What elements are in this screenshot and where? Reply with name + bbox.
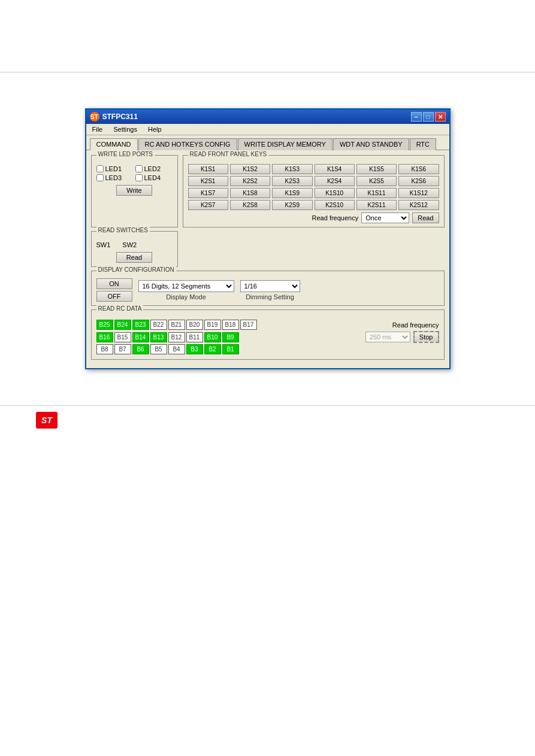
key-K1S1[interactable]: K1S1 xyxy=(188,164,228,174)
rc-btn-B3[interactable]: B3 xyxy=(186,344,203,354)
key-K2S2[interactable]: K2S2 xyxy=(230,176,270,186)
rc-btn-B11[interactable]: B11 xyxy=(186,332,203,342)
tab-write-display[interactable]: WRITE DISPLAY MEMORY xyxy=(238,138,333,150)
led3-checkbox[interactable] xyxy=(96,174,104,181)
read-freq-row: Read frequency Once 100 ms 250 ms 500 ms… xyxy=(188,212,439,223)
key-K2S8[interactable]: K2S8 xyxy=(230,200,270,210)
tab-command[interactable]: COMMAND xyxy=(90,138,138,150)
rc-btn-B23[interactable]: B23 xyxy=(132,320,149,330)
rc-btn-B18[interactable]: B18 xyxy=(222,320,239,330)
menu-settings[interactable]: Settings xyxy=(111,125,140,133)
write-led-button[interactable]: Write xyxy=(116,185,152,196)
read-rc-data-section: READ RC DATA B25 B24 B23 B22 B21 B20 B19… xyxy=(91,309,445,360)
rc-btn-B2[interactable]: B2 xyxy=(204,344,221,354)
rc-btn-B4[interactable]: B4 xyxy=(168,344,185,354)
key-K1S7[interactable]: K1S7 xyxy=(188,188,228,198)
rc-btn-B19[interactable]: B19 xyxy=(204,320,221,330)
read-freq-select[interactable]: Once 100 ms 250 ms 500 ms 1 s xyxy=(361,212,409,223)
display-mode-select[interactable]: 16 Digits, 12 Segments 8 Digits, 16 Segm… xyxy=(138,280,234,292)
key-K1S10[interactable]: K1S10 xyxy=(315,188,355,198)
led1-checkbox[interactable] xyxy=(96,165,104,172)
key-K2S7[interactable]: K2S7 xyxy=(188,200,228,210)
key-K2S12[interactable]: K2S12 xyxy=(398,200,439,210)
sw1-value: SW1 xyxy=(96,241,111,248)
display-config-title: DISPLAY CONFIGURATION xyxy=(96,266,176,273)
rc-btn-B1[interactable]: B1 xyxy=(222,344,239,354)
keys-row2: K2S1 K2S2 K2S3 K2S4 K2S5 K2S6 xyxy=(188,176,439,186)
read-switches-row: READ SWITCHES SW1 SW2 Read xyxy=(91,231,445,271)
key-K2S11[interactable]: K2S11 xyxy=(356,200,397,210)
titlebar: ST STFPC311 – □ ✕ xyxy=(86,110,449,124)
rc-btn-B5[interactable]: B5 xyxy=(150,344,167,354)
key-K1S12[interactable]: K1S12 xyxy=(398,188,439,198)
rc-btn-B10[interactable]: B10 xyxy=(204,332,221,342)
restore-button[interactable]: □ xyxy=(423,112,434,122)
rc-btn-B13[interactable]: B13 xyxy=(150,332,167,342)
rc-row3: B8 B7 B6 B5 B4 B3 B2 B1 xyxy=(96,344,439,354)
key-K1S5[interactable]: K1S5 xyxy=(356,164,397,174)
rc-btn-B16[interactable]: B16 xyxy=(96,332,113,342)
display-on-button[interactable]: ON xyxy=(96,278,132,289)
rc-row1: B25 B24 B23 B22 B21 B20 B19 B18 B17 Read… xyxy=(96,320,439,330)
led4-label: LED4 xyxy=(144,174,161,181)
read-keys-button[interactable]: Read xyxy=(412,212,439,223)
key-K2S3[interactable]: K2S3 xyxy=(272,176,312,186)
display-mode-label: Display Mode xyxy=(166,293,206,300)
rc-btn-B21[interactable]: B21 xyxy=(168,320,185,330)
tab-rc-hotkeys[interactable]: RC AND HOTKEYS CONFIG xyxy=(138,138,237,150)
key-K2S6[interactable]: K2S6 xyxy=(398,176,439,186)
rc-btn-B6[interactable]: B6 xyxy=(132,344,149,354)
keys-row4: K2S7 K2S8 K2S9 K2S10 K2S11 K2S12 xyxy=(188,200,439,210)
tab-wdt-standby[interactable]: WDT AND STANDBY xyxy=(333,138,409,150)
key-K1S4[interactable]: K1S4 xyxy=(315,164,355,174)
read-keys-title: READ FRONT PANEL KEYS xyxy=(188,151,269,157)
tab-rtc[interactable]: RTC xyxy=(410,138,436,150)
menu-file[interactable]: File xyxy=(90,125,105,133)
rc-btn-B22[interactable]: B22 xyxy=(150,320,167,330)
rc-stop-button[interactable]: Stop xyxy=(413,331,439,343)
key-K2S9[interactable]: K2S9 xyxy=(272,200,312,210)
rc-btn-B14[interactable]: B14 xyxy=(132,332,149,342)
menubar: File Settings Help xyxy=(86,124,449,135)
read-front-panel-keys-section: READ FRONT PANEL KEYS K1S1 K1S2 K1S3 K1S… xyxy=(183,155,445,227)
rc-btn-B25[interactable]: B25 xyxy=(96,320,113,330)
key-K1S2[interactable]: K1S2 xyxy=(230,164,270,174)
key-K2S10[interactable]: K2S10 xyxy=(315,200,355,210)
sw2-value: SW2 xyxy=(122,241,137,248)
display-config-section: DISPLAY CONFIGURATION ON OFF 16 Digits, … xyxy=(91,271,445,306)
dimming-select[interactable]: 1/16 2/16 3/16 4/16 5/16 6/16 7/16 8/16 xyxy=(240,280,300,292)
rc-btn-B8[interactable]: B8 xyxy=(96,344,113,354)
key-K1S8[interactable]: K1S8 xyxy=(230,188,270,198)
led4-checkbox[interactable] xyxy=(135,174,143,181)
rc-btn-B9[interactable]: B9 xyxy=(222,332,239,342)
app-title: STFPC311 xyxy=(102,113,138,121)
key-K1S6[interactable]: K1S6 xyxy=(398,164,439,174)
bottom-area: ST xyxy=(0,405,535,435)
key-K2S4[interactable]: K2S4 xyxy=(315,176,355,186)
menu-help[interactable]: Help xyxy=(146,125,164,133)
rc-btn-B7[interactable]: B7 xyxy=(114,344,131,354)
st-logo: ST xyxy=(36,412,58,429)
key-K1S11[interactable]: K1S11 xyxy=(356,188,397,198)
minimize-button[interactable]: – xyxy=(411,112,422,122)
rc-btn-B15[interactable]: B15 xyxy=(114,332,131,342)
read-switches-section: READ SWITCHES SW1 SW2 Read xyxy=(91,231,178,267)
rc-freq-select[interactable]: 250 ms 100 ms 500 ms 1 s xyxy=(365,332,410,342)
key-K2S1[interactable]: K2S1 xyxy=(188,176,228,186)
key-K1S3[interactable]: K1S3 xyxy=(272,164,312,174)
tab-content-command: WRITE LED PORTS LED1 LED2 LED3 xyxy=(86,150,449,368)
key-K1S9[interactable]: K1S9 xyxy=(272,188,312,198)
read-switches-button[interactable]: Read xyxy=(116,252,152,263)
rc-btn-B17[interactable]: B17 xyxy=(240,320,257,330)
led2-checkbox[interactable] xyxy=(135,165,143,172)
rc-freq-group: Read frequency xyxy=(392,321,439,329)
key-K2S5[interactable]: K2S5 xyxy=(356,176,397,186)
display-off-button[interactable]: OFF xyxy=(96,291,132,302)
switches-values: SW1 SW2 xyxy=(96,241,173,248)
led2-label: LED2 xyxy=(144,165,161,172)
rc-btn-B20[interactable]: B20 xyxy=(186,320,203,330)
write-led-title: WRITE LED PORTS xyxy=(96,151,155,157)
close-button[interactable]: ✕ xyxy=(435,112,446,122)
rc-btn-B12[interactable]: B12 xyxy=(168,332,185,342)
rc-btn-B24[interactable]: B24 xyxy=(114,320,131,330)
